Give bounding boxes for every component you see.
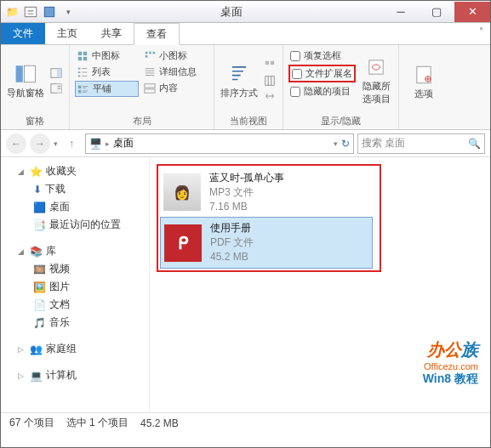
current-view-group-label: 当前视图 (220, 115, 277, 128)
pdf-thumbnail-icon: ᑭ (164, 224, 202, 262)
svg-rect-2 (16, 65, 23, 82)
hidden-items-toggle[interactable]: 隐藏的项目 (288, 84, 356, 99)
maximize-button[interactable]: ▢ (419, 2, 454, 22)
svg-rect-20 (265, 61, 269, 65)
nav-pane-button[interactable]: 导航窗格 (6, 48, 45, 113)
options-button[interactable]: 选项 (404, 48, 443, 116)
file-name: 蓝又时-孤单心事 (209, 171, 284, 185)
svg-rect-17 (145, 55, 147, 58)
svg-rect-24 (417, 66, 431, 83)
window-title: 桌面 (79, 4, 383, 20)
item-checkboxes-toggle[interactable]: 项复选框 (288, 48, 356, 63)
svg-rect-12 (78, 85, 82, 88)
minimize-button[interactable]: ─ (383, 2, 419, 22)
qat-dropdown-icon[interactable]: ▾ (60, 4, 76, 20)
svg-rect-3 (24, 65, 35, 82)
ribbon-collapse-icon[interactable]: ˄ (472, 23, 490, 44)
tab-view[interactable]: 查看 (134, 23, 180, 45)
nav-tree[interactable]: ◢⭐收藏夹 ⬇下载 🟦桌面 📑最近访问的位置 ◢📚库 🎞️视频 🖼️图片 📄文档… (1, 157, 150, 412)
panes-group-label: 窗格 (6, 115, 64, 128)
quick-access-toolbar: 📁 ▾ (1, 4, 79, 20)
nav-pane-label: 导航窗格 (7, 87, 44, 99)
tree-music[interactable]: 🎵音乐 (1, 314, 149, 332)
layout-details[interactable]: 详细信息 (142, 65, 208, 79)
qat-icon-1[interactable] (23, 4, 38, 20)
tree-documents[interactable]: 📄文档 (1, 296, 149, 314)
history-dropdown-icon[interactable]: ▾ (54, 139, 58, 148)
file-item[interactable]: ᑭ 使用手册 PDF 文件 45.2 MB (160, 217, 373, 268)
tree-libraries[interactable]: ◢📚库 (1, 242, 149, 260)
layout-list[interactable]: 列表 (75, 65, 139, 79)
folder-icon: 📁 (4, 4, 20, 20)
svg-rect-23 (369, 60, 383, 74)
tab-file[interactable]: 文件 (1, 23, 45, 44)
svg-rect-8 (78, 51, 82, 54)
layout-tiles[interactable]: 平铺 (75, 81, 139, 97)
file-type: PDF 文件 (210, 235, 254, 250)
file-name: 使用手册 (210, 221, 254, 235)
svg-rect-13 (78, 89, 82, 93)
tab-home[interactable]: 主页 (45, 23, 89, 44)
size-columns-button[interactable] (262, 89, 277, 103)
tree-computer[interactable]: ▷💻计算机 (1, 366, 149, 384)
svg-rect-19 (144, 88, 154, 92)
qat-icon-2[interactable] (42, 4, 57, 20)
breadcrumb-location: 桌面 (113, 136, 134, 150)
svg-rect-18 (144, 83, 154, 87)
status-bar: 67 个项目 选中 1 个项目 45.2 MB (1, 412, 490, 433)
preview-pane-button[interactable] (49, 66, 64, 80)
svg-rect-22 (265, 77, 275, 86)
close-button[interactable]: ✕ (454, 2, 490, 22)
file-type: MP3 文件 (209, 185, 284, 200)
search-placeholder: 搜索 桌面 (362, 136, 465, 150)
add-columns-button[interactable] (262, 74, 277, 88)
layout-group-label: 布局 (75, 115, 208, 128)
svg-rect-11 (83, 56, 87, 60)
tree-pictures[interactable]: 🖼️图片 (1, 278, 149, 296)
svg-rect-16 (152, 51, 155, 54)
options-label: 选项 (414, 88, 433, 100)
tree-desktop[interactable]: 🟦桌面 (1, 198, 149, 216)
svg-rect-5 (57, 69, 61, 78)
svg-rect-10 (78, 56, 82, 60)
status-size: 45.2 MB (140, 417, 179, 429)
svg-rect-9 (83, 51, 87, 54)
search-icon: 🔍 (468, 138, 481, 150)
svg-rect-15 (149, 51, 151, 54)
breadcrumb[interactable]: 🖥️ ▸ 桌面 ▾ ↻ (85, 133, 354, 154)
file-item[interactable]: 👩 蓝又时-孤单心事 MP3 文件 7.16 MB (160, 167, 373, 217)
titlebar: 📁 ▾ 桌面 ─ ▢ ✕ (1, 1, 490, 23)
group-by-button[interactable] (262, 59, 277, 72)
ribbon-view: 导航窗格 窗格 中图标 列表 平铺 小图标 详细信息 内容 布局 (1, 45, 490, 130)
layout-medium-icons[interactable]: 中图标 (75, 48, 139, 63)
forward-button[interactable]: → (30, 133, 50, 154)
details-pane-button[interactable] (49, 82, 64, 95)
svg-rect-14 (145, 51, 147, 54)
back-button[interactable]: ← (6, 133, 26, 154)
file-size: 7.16 MB (209, 200, 284, 214)
navbar: ← → ▾ ↑ 🖥️ ▸ 桌面 ▾ ↻ 搜索 桌面 🔍 (1, 130, 490, 157)
layout-content[interactable]: 内容 (142, 81, 208, 95)
tree-homegroup[interactable]: ▷👥家庭组 (1, 340, 149, 358)
main-area: ◢⭐收藏夹 ⬇下载 🟦桌面 📑最近访问的位置 ◢📚库 🎞️视频 🖼️图片 📄文档… (1, 157, 490, 412)
tree-recent[interactable]: 📑最近访问的位置 (1, 216, 149, 234)
refresh-icon[interactable]: ↻ (341, 138, 350, 150)
layout-small-icons[interactable]: 小图标 (142, 48, 208, 63)
showhide-group-label: 显示/隐藏 (288, 115, 393, 128)
mp3-thumbnail-icon: 👩 (163, 173, 201, 211)
watermark: 办公族 Officezu.com Win8 教程 (423, 338, 478, 387)
svg-rect-21 (271, 61, 274, 65)
location-icon: 🖥️ (89, 138, 102, 150)
up-button[interactable]: ↑ (61, 133, 82, 154)
search-input[interactable]: 搜索 桌面 🔍 (357, 133, 485, 154)
sort-by-label: 排序方式 (220, 87, 258, 99)
tree-videos[interactable]: 🎞️视频 (1, 260, 149, 278)
file-extensions-toggle[interactable]: 文件扩展名 (288, 65, 356, 82)
hide-selected-button[interactable]: 隐藏所 选项目 (359, 48, 393, 113)
tab-share[interactable]: 共享 (89, 23, 134, 44)
svg-rect-1 (44, 7, 54, 16)
status-selected: 选中 1 个项目 (66, 416, 128, 430)
tree-favorites[interactable]: ◢⭐收藏夹 (1, 162, 149, 180)
tree-downloads[interactable]: ⬇下载 (1, 180, 149, 198)
sort-by-button[interactable]: 排序方式 (220, 48, 259, 113)
